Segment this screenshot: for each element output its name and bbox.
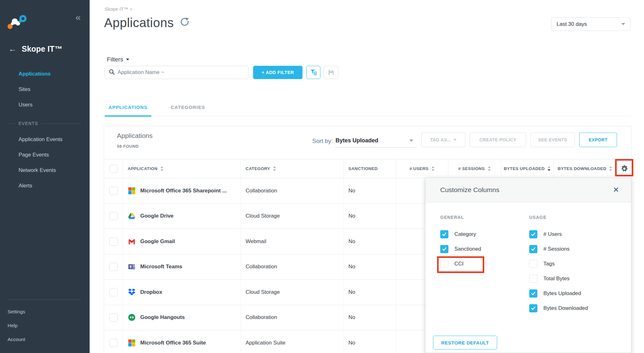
row-checkbox[interactable] bbox=[109, 313, 118, 322]
filters-toggle[interactable]: Filters bbox=[107, 56, 129, 63]
column-toggle-label: Tags bbox=[543, 261, 555, 267]
column-header-category[interactable]: CATEGORY bbox=[241, 159, 344, 178]
column-label: # SESSIONS bbox=[458, 166, 485, 171]
column-toggle-cci[interactable]: CCI bbox=[440, 260, 525, 268]
sidebar-title[interactable]: ← Skope IT™ bbox=[8, 44, 62, 54]
sidebar-item-network-events[interactable]: Network Events bbox=[0, 162, 90, 178]
column-header-sessions[interactable]: # SESSIONS bbox=[448, 159, 501, 178]
column-label: CATEGORY bbox=[246, 166, 270, 171]
column-header-bytes-downloaded[interactable]: BYTES DOWNLOADED bbox=[554, 159, 617, 178]
sidebar: « ← Skope IT™ ApplicationsSitesUsers EVE… bbox=[0, 0, 90, 353]
close-icon[interactable]: ✕ bbox=[613, 185, 619, 194]
checkbox-checked-icon[interactable] bbox=[529, 289, 537, 298]
column-toggle-users[interactable]: # Users bbox=[529, 230, 624, 238]
sidebar-section-events: EVENTS bbox=[0, 120, 90, 127]
column-toggle-label: Bytes Downloaded bbox=[543, 305, 588, 311]
sidebar-footer: SettingsHelpAccount bbox=[0, 305, 90, 346]
checkbox-unchecked-icon[interactable] bbox=[529, 260, 537, 268]
sidebar-item-sites[interactable]: Sites bbox=[0, 82, 90, 97]
sort-icon bbox=[609, 166, 613, 171]
application-cell[interactable]: Google Hangouts bbox=[123, 305, 241, 330]
funnel-icon bbox=[310, 69, 317, 76]
tab-categories[interactable]: CATEGORIES bbox=[167, 105, 209, 117]
application-name: Microsoft Office 365 Suite bbox=[140, 340, 206, 346]
column-toggle-sessions[interactable]: # Sessions bbox=[529, 245, 624, 253]
back-arrow-icon[interactable]: ← bbox=[8, 44, 17, 54]
filter-list-button[interactable] bbox=[306, 66, 320, 79]
sort-icon bbox=[160, 166, 164, 171]
select-all-cell bbox=[104, 159, 123, 178]
teams-icon bbox=[128, 263, 136, 271]
checkbox-unchecked-icon[interactable] bbox=[529, 275, 537, 283]
add-filter-button[interactable]: + ADD FILTER bbox=[253, 66, 303, 79]
checkbox-unchecked-icon[interactable] bbox=[440, 260, 448, 268]
application-cell[interactable]: Microsoft Office 365 Suite bbox=[123, 330, 241, 353]
column-label: # USERS bbox=[409, 166, 429, 171]
create-policy-button[interactable]: CREATE POLICY bbox=[470, 133, 526, 147]
application-search[interactable] bbox=[105, 66, 248, 79]
select-all-checkbox[interactable] bbox=[109, 165, 118, 173]
sanctioned-cell: No bbox=[344, 178, 396, 203]
application-name: Dropbox bbox=[140, 289, 162, 295]
panel-header: Applications 58 FOUND Sort by: Bytes Upl… bbox=[104, 126, 631, 159]
customize-columns-button[interactable] bbox=[617, 159, 632, 178]
sidebar-item-settings[interactable]: Settings bbox=[0, 305, 90, 319]
sidebar-item-page-events[interactable]: Page Events bbox=[0, 147, 90, 162]
row-checkbox[interactable] bbox=[109, 263, 118, 271]
column-toggle-tags[interactable]: Tags bbox=[529, 260, 624, 268]
row-checkbox[interactable] bbox=[109, 339, 118, 347]
column-toggle-bytes-downloaded[interactable]: Bytes Downloaded bbox=[529, 304, 624, 312]
tag-as-button[interactable]: TAG AS... bbox=[421, 133, 465, 147]
application-cell[interactable]: Google Gmail bbox=[123, 229, 241, 254]
export-button[interactable]: EXPORT bbox=[579, 133, 617, 147]
sidebar-item-alerts[interactable]: Alerts bbox=[0, 178, 90, 193]
application-cell[interactable]: Microsoft Office 365 Sharepoint ... bbox=[123, 178, 241, 203]
row-checkbox[interactable] bbox=[109, 237, 118, 246]
filters-label: Filters bbox=[107, 56, 123, 63]
restore-default-button[interactable]: RESTORE DEFAULT bbox=[433, 336, 497, 350]
category-cell: Cloud Storage bbox=[241, 204, 344, 229]
refresh-icon[interactable] bbox=[180, 16, 190, 30]
checkbox-checked-icon[interactable] bbox=[529, 230, 537, 238]
checkbox-checked-icon[interactable] bbox=[440, 230, 448, 238]
row-checkbox[interactable] bbox=[109, 212, 118, 220]
column-toggle-category[interactable]: Category bbox=[440, 230, 525, 238]
chevron-down-icon bbox=[621, 23, 625, 25]
search-input[interactable] bbox=[118, 69, 244, 76]
column-toggle-label: Category bbox=[454, 231, 476, 237]
sort-by-value: Bytes Uploaded bbox=[336, 137, 378, 144]
column-toggle-bytes-uploaded[interactable]: Bytes Uploaded bbox=[529, 289, 624, 298]
sidebar-item-applications[interactable]: Applications bbox=[0, 66, 90, 82]
time-range-dropdown[interactable]: Last 30 days bbox=[551, 17, 630, 31]
breadcrumb[interactable]: Skope IT™ > bbox=[105, 6, 132, 12]
category-cell: Collaboration bbox=[241, 254, 344, 280]
sidebar-item-users[interactable]: Users bbox=[0, 97, 90, 112]
row-checkbox[interactable] bbox=[109, 187, 118, 195]
see-events-button[interactable]: SEE EVENTS bbox=[530, 133, 575, 147]
table-header-row: APPLICATIONCATEGORYSANCTIONED# USERS# SE… bbox=[104, 159, 631, 178]
checkbox-checked-icon[interactable] bbox=[529, 245, 537, 253]
tab-applications[interactable]: APPLICATIONS bbox=[105, 105, 151, 117]
column-toggle-sanctioned[interactable]: Sanctioned bbox=[440, 245, 525, 253]
application-cell[interactable]: Google Drive bbox=[123, 204, 241, 229]
column-header-users[interactable]: # USERS bbox=[396, 159, 448, 178]
hangouts-icon bbox=[128, 313, 136, 322]
column-toggle-total-bytes[interactable]: Total Bytes bbox=[529, 275, 624, 283]
save-filter-button[interactable] bbox=[324, 66, 338, 79]
row-checkbox[interactable] bbox=[109, 288, 118, 296]
column-header-sanctioned[interactable]: SANCTIONED bbox=[344, 159, 396, 178]
sort-icon bbox=[273, 166, 276, 171]
sidebar-item-account[interactable]: Account bbox=[0, 333, 90, 346]
sidebar-collapse-icon[interactable]: « bbox=[75, 12, 81, 23]
checkbox-checked-icon[interactable] bbox=[440, 245, 448, 253]
column-header-bytes-uploaded[interactable]: BYTES UPLOADED bbox=[501, 159, 554, 178]
application-cell[interactable]: Dropbox bbox=[123, 280, 241, 305]
application-cell[interactable]: Microsoft Teams bbox=[123, 254, 241, 280]
column-header-application[interactable]: APPLICATION bbox=[123, 159, 241, 178]
sidebar-item-help[interactable]: Help bbox=[0, 319, 90, 333]
application-name: Google Hangouts bbox=[140, 314, 185, 321]
sidebar-item-application-events[interactable]: Application Events bbox=[0, 132, 90, 147]
sort-by-dropdown[interactable]: Bytes Uploaded bbox=[336, 134, 416, 147]
tab-divider bbox=[105, 116, 631, 116]
checkbox-checked-icon[interactable] bbox=[529, 304, 537, 312]
